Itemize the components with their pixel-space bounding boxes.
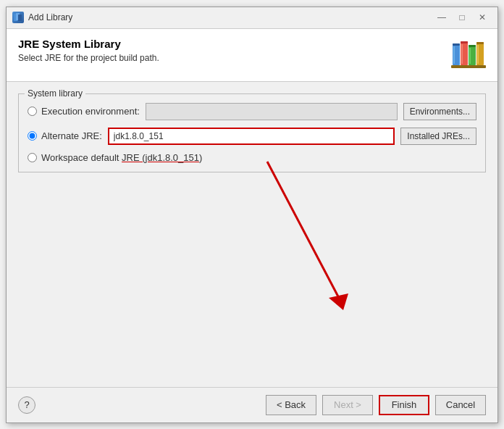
minimize-button[interactable]: — (432, 10, 451, 25)
cancel-button[interactable]: Cancel (435, 395, 486, 415)
alternate-jre-row: Alternate JRE: jdk1.8.0_151 Installed JR… (28, 128, 476, 145)
svg-marker-17 (329, 293, 348, 310)
workspace-label-text: Workspace default (41, 152, 122, 163)
svg-rect-8 (461, 44, 463, 64)
alternate-jre-dropdown-wrapper: jdk1.8.0_151 (108, 128, 395, 145)
title-bar: Add Library — □ ✕ (7, 7, 497, 29)
alternate-jre-radio[interactable] (28, 131, 37, 141)
group-label: System library (25, 88, 85, 99)
bottom-bar: ? < Back Next > Finish Cancel (7, 387, 497, 422)
finish-button[interactable]: Finish (379, 395, 429, 415)
installed-jres-button[interactable]: Installed JREs... (400, 128, 476, 145)
svg-rect-2 (18, 14, 22, 21)
svg-rect-10 (469, 45, 476, 47)
header-section: JRE System Library Select JRE for the pr… (7, 29, 497, 82)
workspace-default-label: Workspace default JRE (jdk1.8.0_151) (41, 152, 202, 163)
workspace-jre-underline: JRE (jdk1.8.0_151 (122, 152, 199, 163)
window-icon (12, 12, 24, 23)
svg-rect-14 (477, 45, 479, 64)
execution-env-label: Execution environment: (41, 106, 140, 117)
execution-env-dropdown-wrapper (146, 103, 398, 120)
content-area: System library Execution environment: En… (7, 82, 497, 387)
workspace-default-row: Workspace default JRE (jdk1.8.0_151) (28, 152, 476, 163)
system-library-group: System library Execution environment: En… (18, 93, 486, 172)
back-button[interactable]: < Back (266, 395, 316, 415)
action-buttons: < Back Next > Finish Cancel (266, 395, 486, 415)
main-window: Add Library — □ ✕ JRE System Library Sel… (6, 7, 498, 423)
svg-line-16 (267, 162, 340, 299)
environments-button[interactable]: Environments... (403, 103, 476, 120)
window-title: Add Library (28, 12, 432, 22)
execution-env-radio[interactable] (28, 107, 37, 116)
workspace-default-radio[interactable] (28, 153, 37, 162)
next-button[interactable]: Next > (322, 395, 373, 415)
header-title: JRE System Library (18, 38, 451, 50)
execution-env-row: Execution environment: Environments... (28, 103, 476, 120)
header-text: JRE System Library Select JRE for the pr… (18, 38, 451, 63)
title-bar-buttons: — □ ✕ (432, 10, 492, 25)
svg-rect-5 (453, 46, 455, 64)
execution-env-select[interactable] (146, 103, 398, 120)
workspace-label-close: ) (199, 152, 202, 163)
svg-rect-13 (476, 42, 484, 44)
svg-rect-11 (469, 48, 471, 64)
svg-rect-4 (453, 43, 460, 46)
help-button[interactable]: ? (18, 396, 35, 414)
close-button[interactable]: ✕ (473, 10, 492, 25)
alternate-jre-label: Alternate JRE: (41, 130, 102, 141)
svg-rect-15 (451, 65, 486, 68)
maximize-button[interactable]: □ (453, 10, 471, 25)
svg-rect-7 (461, 41, 468, 43)
arrow-annotation (224, 154, 383, 321)
alternate-jre-select[interactable]: jdk1.8.0_151 (108, 128, 395, 145)
books-icon (451, 38, 486, 72)
header-subtitle: Select JRE for the project build path. (18, 53, 451, 63)
